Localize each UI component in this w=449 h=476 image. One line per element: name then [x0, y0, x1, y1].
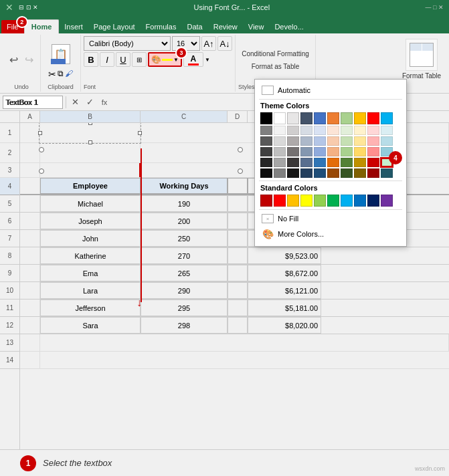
color-swatch[interactable]: [354, 126, 366, 135]
color-swatch[interactable]: [354, 168, 366, 178]
color-swatch[interactable]: [274, 112, 286, 124]
color-swatch[interactable]: [367, 136, 379, 146]
color-swatch[interactable]: [354, 112, 366, 124]
std-swatch-10[interactable]: [381, 195, 393, 207]
color-swatch[interactable]: [381, 136, 393, 146]
textbox-handle-tr[interactable]: [238, 147, 243, 152]
cell-298[interactable]: 298: [141, 317, 228, 334]
header-working-days[interactable]: Working Days: [141, 178, 228, 194]
color-swatch[interactable]: [367, 168, 379, 178]
cancel-formula-icon[interactable]: ✕: [69, 96, 81, 108]
color-swatch[interactable]: [314, 136, 326, 146]
cell-lara[interactable]: Lara: [40, 282, 141, 299]
tab-review[interactable]: Review: [208, 20, 243, 33]
color-swatch[interactable]: [260, 112, 272, 124]
color-swatch[interactable]: [354, 147, 366, 156]
name-box[interactable]: [3, 96, 63, 109]
conditional-formatting-button[interactable]: Conditional Formatting: [239, 49, 312, 59]
color-swatch[interactable]: [300, 168, 312, 178]
color-swatch[interactable]: [274, 136, 286, 146]
color-swatch[interactable]: [327, 112, 339, 124]
no-fill-row[interactable]: × No Fill: [259, 211, 402, 226]
cell-290[interactable]: 290: [141, 282, 228, 299]
color-swatch[interactable]: [314, 158, 326, 167]
color-swatch[interactable]: [367, 126, 379, 135]
color-swatch[interactable]: [287, 168, 299, 178]
cell-a1[interactable]: [20, 123, 40, 142]
tab-file[interactable]: File 2: [1, 20, 24, 33]
tab-page-layout[interactable]: Page Layout: [88, 20, 141, 33]
tab-develop[interactable]: Develo...: [269, 20, 308, 33]
cell-250[interactable]: 250: [141, 230, 228, 247]
format-as-table-button[interactable]: Format as Table: [249, 62, 302, 72]
cell-ema[interactable]: Ema: [40, 265, 141, 281]
std-swatch-9[interactable]: [367, 195, 379, 207]
color-swatch[interactable]: [367, 147, 379, 156]
textbox-handle-br[interactable]: [238, 168, 243, 174]
cell-katherine[interactable]: Katherine: [40, 247, 141, 264]
cell-270[interactable]: 270: [141, 247, 228, 264]
bold-button[interactable]: B: [84, 52, 98, 67]
color-swatch[interactable]: [341, 126, 353, 135]
color-swatch[interactable]: [314, 112, 326, 124]
std-swatch-8[interactable]: [354, 195, 366, 207]
cut-icon[interactable]: ✂: [48, 69, 56, 80]
header-employee[interactable]: Employee: [40, 178, 141, 194]
cell-8020[interactable]: $8,020.00: [248, 317, 321, 334]
color-swatch[interactable]: [327, 158, 339, 167]
cell-6121[interactable]: $6,121.00: [248, 282, 321, 299]
cell-sara[interactable]: Sara: [40, 317, 141, 334]
paste-button[interactable]: 📋 ✂ ⧉ 🖌: [47, 39, 74, 81]
insert-function-icon[interactable]: fx: [98, 96, 110, 108]
color-swatch[interactable]: [287, 147, 299, 156]
automatic-row[interactable]: Automatic: [259, 84, 402, 97]
color-swatch[interactable]: [341, 168, 353, 178]
italic-button[interactable]: I: [100, 52, 114, 67]
underline-button[interactable]: U: [116, 52, 130, 67]
cell-b2[interactable]: [40, 143, 141, 162]
color-swatch[interactable]: [341, 147, 353, 156]
color-swatch[interactable]: [354, 136, 366, 146]
color-swatch[interactable]: [314, 168, 326, 178]
std-swatch-1[interactable]: [260, 195, 272, 207]
more-colors-row[interactable]: 🎨 More Colors...: [259, 226, 402, 242]
color-swatch[interactable]: [381, 126, 393, 135]
color-swatch[interactable]: [287, 112, 299, 124]
font-color-arrow[interactable]: ▼: [205, 57, 210, 63]
color-swatch[interactable]: [287, 136, 299, 146]
color-swatch[interactable]: [300, 147, 312, 156]
color-swatch[interactable]: [300, 158, 312, 167]
textbox-handle-tl[interactable]: [39, 147, 44, 152]
color-swatch[interactable]: [341, 112, 353, 124]
cell-jefferson[interactable]: Jefferson: [40, 300, 141, 316]
color-swatch[interactable]: [327, 126, 339, 135]
textbox-handle-bl[interactable]: [39, 168, 44, 174]
std-swatch-4[interactable]: [300, 195, 312, 207]
cell-a2[interactable]: [20, 143, 40, 162]
font-name-select[interactable]: Calibri (Body): [84, 36, 171, 51]
fill-color-button[interactable]: 🎨 ▼ 3: [148, 52, 182, 67]
color-swatch[interactable]: [381, 112, 393, 124]
redo-button[interactable]: ↪: [22, 52, 36, 68]
header-d[interactable]: [228, 178, 248, 194]
cell-joseph[interactable]: Joseph: [40, 213, 141, 229]
color-swatch[interactable]: [260, 147, 272, 156]
color-swatch[interactable]: [274, 126, 286, 135]
cell-john[interactable]: John: [40, 230, 141, 247]
color-swatch[interactable]: [381, 168, 393, 178]
color-swatch[interactable]: [287, 126, 299, 135]
color-swatch[interactable]: [300, 136, 312, 146]
tab-home[interactable]: Home: [24, 19, 60, 33]
tab-insert[interactable]: Insert: [59, 20, 88, 33]
tab-data[interactable]: Data: [181, 20, 207, 33]
color-swatch[interactable]: [300, 126, 312, 135]
format-painter-icon[interactable]: 🖌: [65, 69, 73, 80]
confirm-formula-icon[interactable]: ✓: [84, 96, 96, 108]
color-swatch[interactable]: [274, 168, 286, 178]
color-swatch[interactable]: [341, 158, 353, 167]
cell-200[interactable]: 200: [141, 213, 228, 229]
color-swatch[interactable]: [260, 168, 272, 178]
border-button[interactable]: ⊞: [132, 52, 147, 67]
undo-button[interactable]: ↩: [7, 52, 21, 68]
color-swatch[interactable]: [367, 112, 379, 124]
